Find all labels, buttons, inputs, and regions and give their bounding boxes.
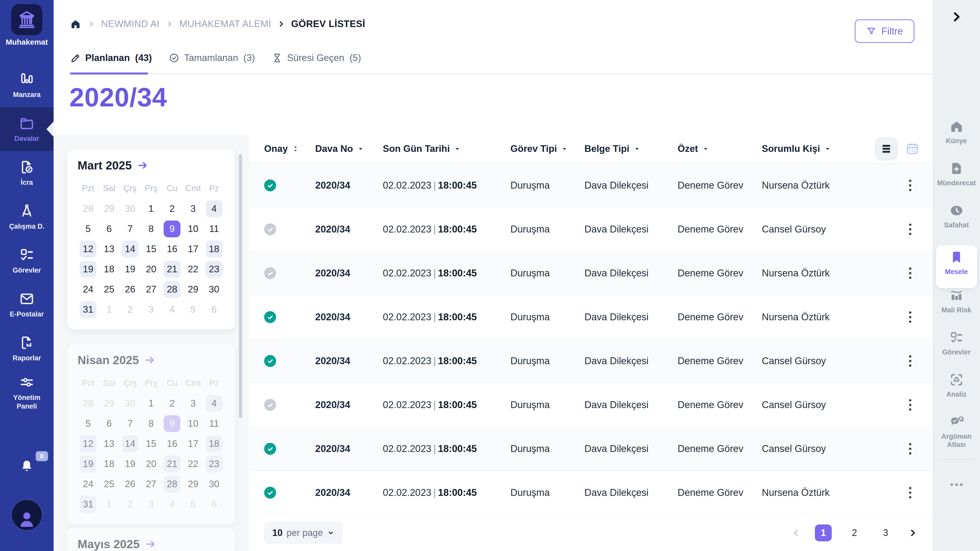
calendar-day[interactable]: 16 (164, 435, 180, 452)
calendar-day[interactable]: 30 (206, 476, 223, 492)
panel-item-analiz[interactable]: Analiz (936, 373, 977, 414)
approved-check-icon[interactable] (264, 179, 276, 191)
calendar-day[interactable]: 8 (143, 220, 159, 237)
sidebar-item-e-postalar[interactable]: E-Postalar (0, 283, 54, 326)
calendar-day[interactable]: 5 (185, 301, 202, 318)
row-menu-button[interactable] (907, 310, 913, 324)
calendar-day[interactable]: 14 (122, 240, 138, 258)
pending-check-icon[interactable] (264, 223, 276, 235)
calendar-day[interactable]: 11 (206, 220, 223, 237)
more-options-button[interactable] (948, 476, 965, 493)
panel-item-safahat[interactable]: Safahat (936, 203, 977, 245)
calendar-day[interactable]: 6 (206, 496, 223, 513)
calendar-day[interactable]: 29 (100, 200, 118, 217)
panel-item-g-revler[interactable]: Görevler (936, 330, 977, 373)
row-menu-button[interactable] (907, 266, 913, 280)
calendar-day[interactable]: 27 (143, 281, 159, 298)
calendar-day[interactable]: 11 (206, 415, 223, 432)
calendar-day[interactable]: 15 (143, 240, 159, 258)
panel-item-arg-man-atlas[interactable]: Argüman Atlası (936, 414, 977, 457)
calendar-day[interactable]: 2 (122, 301, 138, 318)
calendar-day[interactable]: 2 (164, 395, 180, 412)
calendar-day[interactable]: 7 (122, 220, 138, 237)
calendar-day[interactable]: 31 (80, 496, 97, 513)
calendar-day[interactable]: 20 (143, 455, 159, 472)
row-menu-button[interactable] (907, 222, 913, 237)
calendar-day[interactable]: 12 (80, 435, 97, 452)
calendar-day[interactable]: 6 (206, 301, 223, 318)
calendar-day[interactable]: 5 (80, 415, 97, 432)
calendar-day[interactable]: 24 (80, 476, 97, 492)
calendar-scrollbar[interactable] (239, 154, 242, 418)
calendar-month-header[interactable]: Nisan 2025 (78, 353, 224, 367)
calendar-day[interactable]: 31 (80, 301, 97, 318)
panel-item-m-nderecat[interactable]: Münderecat (936, 161, 977, 203)
calendar-day[interactable]: 30 (122, 200, 138, 217)
tab-s-resi-ge-en[interactable]: Süresi Geçen (5) (272, 53, 361, 63)
calendar-day[interactable]: 5 (80, 220, 97, 237)
approved-check-icon[interactable] (264, 311, 276, 323)
calendar-day[interactable]: 20 (143, 261, 159, 278)
breadcrumb-item[interactable]: MUHAKEMAT ALEMİ (180, 19, 271, 29)
calendar-day[interactable]: 16 (164, 240, 180, 258)
calendar-day[interactable]: 5 (185, 496, 202, 513)
app-logo[interactable] (11, 4, 42, 35)
calendar-day[interactable]: 8 (143, 415, 159, 432)
sidebar-item-raporlar[interactable]: Raporlar (0, 326, 54, 371)
sidebar-item-manzara[interactable]: Manzara (0, 63, 54, 107)
filter-button[interactable]: Filtre (855, 19, 915, 43)
calendar-day[interactable]: 23 (206, 261, 223, 278)
sidebar-item-y-netim-paneli[interactable]: Yönetim Paneli (0, 371, 54, 414)
calendar-day[interactable]: 26 (122, 281, 138, 298)
calendar-day[interactable]: 10 (185, 415, 202, 432)
home-icon[interactable] (70, 18, 81, 30)
calendar-day[interactable]: 30 (122, 395, 138, 412)
calendar-day[interactable]: 3 (143, 301, 159, 318)
table-row[interactable]: 2020/3402.02.2023|18:00:45DuruşmaDava Di… (249, 207, 933, 252)
pending-check-icon[interactable] (264, 399, 276, 411)
table-row[interactable]: 2020/3402.02.2023|18:00:45DuruşmaDava Di… (249, 383, 933, 427)
table-row[interactable]: 2020/3402.02.2023|18:00:45DuruşmaDava Di… (249, 295, 933, 339)
calendar-day[interactable]: 21 (164, 261, 180, 278)
calendar-view-button[interactable] (905, 142, 920, 156)
panel-item-k-nye[interactable]: Künye (936, 119, 977, 161)
calendar-day[interactable]: 1 (143, 200, 159, 217)
calendar-day[interactable]: 19 (122, 455, 138, 472)
calendar-day[interactable]: 29 (185, 476, 202, 492)
calendar-day[interactable]: 23 (206, 455, 223, 472)
sidebar-item-al-ma-d[interactable]: Çalışma D. (0, 195, 54, 239)
approved-check-icon[interactable] (264, 487, 276, 499)
page-button-1[interactable]: 1 (815, 524, 832, 541)
calendar-day[interactable]: 27 (143, 476, 159, 492)
calendar-day[interactable]: 3 (185, 200, 202, 217)
pending-check-icon[interactable] (264, 267, 276, 279)
calendar-day[interactable]: 19 (122, 261, 138, 278)
page-button-2[interactable]: 2 (846, 524, 863, 541)
column-header-onay[interactable]: Onay (264, 143, 315, 154)
calendar-day[interactable]: 6 (100, 415, 118, 432)
calendar-day[interactable]: 18 (100, 261, 118, 278)
calendar-day[interactable]: 3 (185, 395, 202, 412)
previous-page-button[interactable] (791, 528, 800, 537)
calendar-day[interactable]: 4 (206, 200, 223, 217)
panel-item-mali-risk[interactable]: Mali Risk (936, 288, 977, 330)
calendar-day[interactable]: 10 (185, 220, 202, 237)
calendar-day[interactable]: 6 (100, 220, 118, 237)
calendar-day[interactable]: 7 (122, 415, 138, 432)
calendar-month-header[interactable]: Mart 2025 (78, 158, 224, 172)
row-menu-button[interactable] (907, 354, 913, 368)
column-header-g-rev-tipi[interactable]: Görev Tipi (511, 143, 584, 154)
column-header-belge-tipi[interactable]: Belge Tipi (584, 143, 678, 154)
sidebar-item-i-cra[interactable]: İcra (0, 151, 54, 195)
tab-planlanan[interactable]: Planlanan (43) (70, 53, 152, 63)
calendar-day[interactable]: 19 (80, 261, 97, 278)
calendar-day[interactable]: 28 (164, 476, 180, 492)
row-menu-button[interactable] (907, 486, 913, 500)
calendar-day[interactable]: 21 (164, 455, 180, 472)
calendar-day[interactable]: 14 (122, 435, 138, 452)
calendar-day[interactable]: 4 (164, 496, 180, 513)
list-view-button[interactable] (875, 137, 898, 161)
sidebar-item-davalar[interactable]: Davalar (0, 107, 54, 151)
calendar-day[interactable]: 25 (100, 476, 118, 492)
table-row[interactable]: 2020/3402.02.2023|18:00:45DuruşmaDava Di… (249, 164, 933, 207)
